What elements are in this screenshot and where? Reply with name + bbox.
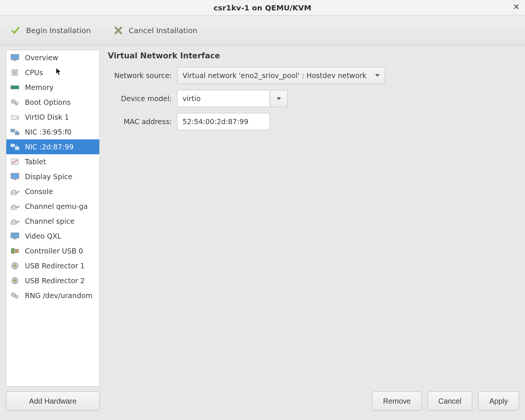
disk-icon xyxy=(9,112,21,122)
sidebar-item-label: USB Redirector 1 xyxy=(25,262,85,270)
monitor-icon xyxy=(9,171,21,182)
detail-pane: Virtual Network Interface Network source… xyxy=(106,50,519,387)
monitor-icon xyxy=(9,52,21,63)
sidebar-item-memory[interactable]: Memory xyxy=(6,80,99,95)
network-source-label: Network source: xyxy=(108,71,177,80)
sidebar-item-label: Console xyxy=(25,187,53,196)
sidebar-item-label: VirtIO Disk 1 xyxy=(25,113,69,121)
row-mac-address: MAC address: 52:54:00:2d:87:99 xyxy=(108,113,517,130)
sidebar-item-cpus[interactable]: CPUs xyxy=(6,65,99,80)
serial-icon xyxy=(9,201,21,211)
gears-icon xyxy=(9,290,21,301)
svg-point-9 xyxy=(15,102,18,105)
svg-rect-3 xyxy=(13,71,17,74)
check-icon xyxy=(10,25,21,36)
svg-rect-12 xyxy=(11,129,15,132)
hardware-sidebar[interactable]: Overview CPUs Memory Boot Options VirtIO… xyxy=(6,50,100,387)
svg-rect-19 xyxy=(13,179,17,180)
sidebar-item-label: CPUs xyxy=(25,68,43,77)
sidebar-item-usb-redirector-2[interactable]: USB Redirector 2 xyxy=(6,273,99,288)
sidebar-item-label: USB Redirector 2 xyxy=(25,277,85,285)
serial-icon xyxy=(9,186,21,197)
sidebar-item-boot-options[interactable]: Boot Options xyxy=(6,95,99,110)
chevron-down-icon xyxy=(277,97,281,100)
sidebar-item-nic-3695f0[interactable]: NIC :36:95:f0 xyxy=(6,125,99,139)
sidebar-item-channel-spice[interactable]: Channel spice xyxy=(6,214,99,229)
sidebar-item-label: Overview xyxy=(25,54,58,62)
svg-rect-26 xyxy=(15,249,19,253)
svg-rect-20 xyxy=(11,193,16,194)
nic-icon xyxy=(9,142,21,152)
begin-installation-button[interactable]: Begin Installation xyxy=(7,23,94,38)
detail-heading: Virtual Network Interface xyxy=(108,51,517,60)
titlebar: csr1kv-1 on QEMU/KVM ✕ xyxy=(0,0,525,16)
usb-icon xyxy=(9,261,21,271)
sidebar-item-overview[interactable]: Overview xyxy=(6,50,99,65)
sidebar-item-rng[interactable]: RNG /dev/urandom xyxy=(6,288,99,303)
mac-address-value: 52:54:00:2d:87:99 xyxy=(183,117,248,126)
x-icon xyxy=(113,25,123,36)
svg-rect-15 xyxy=(15,147,19,150)
footer: Add Hardware Remove Cancel Apply xyxy=(0,387,525,420)
svg-rect-21 xyxy=(11,207,16,209)
toolbar: Begin Installation Cancel Installation xyxy=(0,16,525,45)
device-model-dropdown-button[interactable] xyxy=(270,90,288,107)
svg-rect-23 xyxy=(11,233,19,238)
sidebar-item-controller-usb-0[interactable]: Controller USB 0 xyxy=(6,243,99,258)
svg-rect-24 xyxy=(13,239,17,239)
sidebar-item-virtio-disk-1[interactable]: VirtIO Disk 1 xyxy=(6,110,99,125)
memory-icon xyxy=(9,82,21,93)
monitor-icon xyxy=(9,231,21,241)
svg-rect-22 xyxy=(11,222,16,224)
row-network-source: Network source: Virtual network 'eno2_sr… xyxy=(108,67,517,84)
window-title: csr1kv-1 on QEMU/KVM xyxy=(0,3,525,12)
sidebar-item-label: Controller USB 0 xyxy=(25,247,83,255)
network-source-value: Virtual network 'eno2_sriov_pool' : Host… xyxy=(183,71,367,80)
controller-icon xyxy=(9,246,21,256)
begin-installation-label: Begin Installation xyxy=(26,26,91,35)
sidebar-item-label: Video QXL xyxy=(25,232,61,240)
sidebar-item-label: RNG /dev/urandom xyxy=(25,291,93,300)
cancel-installation-label: Cancel Installation xyxy=(129,26,197,35)
sidebar-item-label: NIC :36:95:f0 xyxy=(25,128,71,136)
nic-icon xyxy=(9,127,21,137)
gears-icon xyxy=(9,97,21,107)
svg-rect-14 xyxy=(11,144,15,147)
svg-rect-5 xyxy=(12,87,13,88)
add-hardware-button[interactable]: Add Hardware xyxy=(6,391,100,411)
apply-button[interactable]: Apply xyxy=(478,391,519,411)
svg-point-30 xyxy=(15,295,18,298)
sidebar-item-tablet[interactable]: Tablet xyxy=(6,154,99,169)
sidebar-item-channel-qemu-ga[interactable]: Channel qemu-ga xyxy=(6,199,99,214)
svg-point-11 xyxy=(17,117,18,118)
serial-icon xyxy=(9,216,21,226)
sidebar-item-video-qxl[interactable]: Video QXL xyxy=(6,229,99,243)
network-source-combo[interactable]: Virtual network 'eno2_sriov_pool' : Host… xyxy=(177,67,385,84)
svg-point-8 xyxy=(11,99,15,103)
device-model-input[interactable]: virtio xyxy=(177,90,270,107)
sidebar-item-display-spice[interactable]: Display Spice xyxy=(6,169,99,184)
sidebar-item-console[interactable]: Console xyxy=(6,184,99,199)
cancel-installation-button[interactable]: Cancel Installation xyxy=(110,23,200,38)
cancel-button[interactable]: Cancel xyxy=(428,391,472,411)
sidebar-item-label: Channel spice xyxy=(25,217,74,225)
remove-button[interactable]: Remove xyxy=(372,391,421,411)
svg-point-29 xyxy=(11,293,15,297)
close-icon[interactable]: ✕ xyxy=(513,3,520,11)
svg-rect-13 xyxy=(15,132,19,135)
chevron-down-icon xyxy=(375,74,380,77)
svg-rect-6 xyxy=(14,87,15,88)
svg-rect-7 xyxy=(16,87,17,88)
sidebar-item-label: Channel qemu-ga xyxy=(25,202,88,210)
svg-rect-1 xyxy=(13,60,17,61)
sidebar-item-nic-2d8799[interactable]: NIC :2d:87:99 xyxy=(6,139,99,154)
sidebar-item-label: Memory xyxy=(25,83,54,91)
sidebar-item-usb-redirector-1[interactable]: USB Redirector 1 xyxy=(6,258,99,273)
sidebar-item-label: NIC :2d:87:99 xyxy=(25,143,74,151)
sidebar-item-label: Display Spice xyxy=(25,172,73,181)
sidebar-item-label: Tablet xyxy=(25,158,46,166)
mac-address-input[interactable]: 52:54:00:2d:87:99 xyxy=(177,113,270,130)
device-model-label: Device model: xyxy=(108,94,177,103)
svg-rect-0 xyxy=(11,54,19,59)
cpu-icon xyxy=(9,67,21,78)
